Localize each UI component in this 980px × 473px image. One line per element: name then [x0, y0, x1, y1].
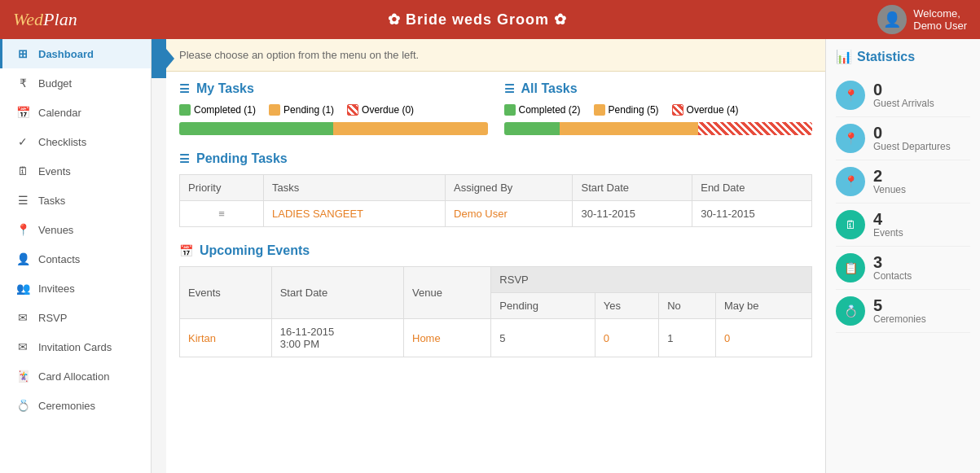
guest-arrivals-icon: 📍 [836, 81, 865, 110]
statistics-title: 📊 Statistics [836, 49, 970, 64]
card-allocation-icon: 🃏 [15, 370, 30, 383]
sidebar-item-venues[interactable]: 📍 Venues [0, 215, 151, 244]
all-tasks-completed-legend: Completed (2) [504, 104, 581, 116]
col-priority: Priority [180, 175, 264, 201]
pending-tasks-title: ☰ Pending Tasks [179, 151, 812, 166]
all-tasks-box: ☰ All Tasks Completed (2) Pending (5) [504, 81, 813, 135]
col-start-date: Start Date [271, 267, 403, 319]
event-name[interactable]: Kirtan [180, 319, 272, 357]
ceremonies-icon: 💍 [15, 399, 30, 412]
upcoming-events-title: 📅 Upcoming Events [179, 243, 812, 258]
checklists-icon: ✓ [15, 135, 30, 148]
events-icon: 🗓 [15, 164, 30, 177]
sidebar-item-card-allocation[interactable]: 🃏 Card Allocation [0, 361, 151, 391]
col-start-date: Start Date [573, 175, 692, 201]
my-tasks-bar-completed [179, 122, 333, 135]
invitees-icon: 👥 [15, 282, 30, 295]
all-overdue-dot [672, 104, 683, 116]
venues-icon: 📍 [15, 223, 30, 236]
all-tasks-legend: Completed (2) Pending (5) Overdue (4) [504, 104, 813, 116]
stats-bar-icon: 📊 [836, 49, 852, 64]
avatar: 👤 [877, 5, 907, 34]
guest-departures-icon: 📍 [836, 124, 865, 153]
tasks-row: ☰ My Tasks Completed (1) Pending (1) [179, 81, 812, 135]
sidebar-item-rsvp[interactable]: ✉ RSVP [0, 303, 151, 332]
sidebar-item-tasks[interactable]: ☰ Tasks [0, 186, 151, 215]
events-header-row-1: Events Start Date Venue RSVP [180, 267, 812, 293]
tasks-icon: ☰ [15, 194, 30, 207]
col-maybe: May be [715, 293, 811, 319]
sidebar-item-calendar[interactable]: 📅 Calendar [0, 98, 151, 127]
all-tasks-pending-legend: Pending (5) [594, 104, 659, 116]
sidebar-item-budget[interactable]: ₹ Budget [0, 68, 151, 98]
task-priority: ≡ [180, 201, 264, 227]
col-yes: Yes [595, 293, 658, 319]
stat-venues: 📍 2 Venues [836, 160, 970, 204]
stat-ceremonies: 💍 5 Ceremonies [836, 290, 970, 333]
sidebar-collapse-arrow[interactable] [152, 39, 166, 78]
upcoming-events-icon: 📅 [179, 244, 193, 257]
stat-contacts: 📋 3 Contacts [836, 247, 970, 290]
info-bar: Please choose an option from the menu on… [166, 39, 825, 72]
dashboard-icon: ⊞ [15, 47, 30, 60]
col-assigned-by: Assigned By [446, 175, 573, 201]
pending-tasks-icon: ☰ [179, 152, 190, 165]
contacts-icon: 👤 [15, 252, 30, 265]
all-tasks-overdue-legend: Overdue (4) [672, 104, 739, 116]
col-events: Events [180, 267, 272, 319]
welcome-text: Welcome, Demo User [913, 7, 967, 32]
my-tasks-icon: ☰ [179, 82, 190, 95]
table-header-row: Priority Tasks Assigned By Start Date En… [180, 175, 812, 201]
event-rsvp-maybe: 0 [715, 319, 811, 357]
sidebar-item-contacts[interactable]: 👤 Contacts [0, 244, 151, 274]
events-stat-icon: 🗓 [836, 210, 865, 239]
pending-tasks-section: ☰ Pending Tasks Priority Tasks Assigned … [179, 151, 812, 227]
calendar-icon: 📅 [15, 106, 30, 119]
my-tasks-bar-pending [333, 122, 487, 135]
my-tasks-bar [179, 122, 488, 135]
sidebar-item-dashboard[interactable]: ⊞ Dashboard [0, 39, 151, 68]
contacts-info: 3 Contacts [873, 254, 912, 282]
sidebar-item-invitees[interactable]: 👥 Invitees [0, 274, 151, 303]
col-venue: Venue [404, 267, 491, 319]
sidebar-item-events[interactable]: 🗓 Events [0, 156, 151, 186]
pending-dot [269, 104, 280, 116]
all-tasks-bar [504, 122, 813, 135]
pending-tasks-table: Priority Tasks Assigned By Start Date En… [179, 174, 812, 227]
my-tasks-pending-legend: Pending (1) [269, 104, 334, 116]
col-end-date: End Date [692, 175, 812, 201]
all-tasks-title: ☰ All Tasks [504, 81, 813, 96]
sidebar-item-ceremonies[interactable]: 💍 Ceremonies [0, 391, 151, 420]
event-venue[interactable]: Home [404, 319, 491, 357]
my-tasks-legend: Completed (1) Pending (1) Overdue (0) [179, 104, 488, 116]
overdue-dot [347, 104, 358, 116]
stat-guest-arrivals: 📍 0 Guest Arrivals [836, 74, 970, 117]
task-end-date: 30-11-2015 [692, 201, 812, 227]
app-header: WedPlan ✿ Bride weds Groom ✿ 👤 Welcome, … [0, 0, 980, 39]
ceremonies-stat-icon: 💍 [836, 296, 865, 326]
app-logo: WedPlan [13, 9, 77, 30]
budget-icon: ₹ [15, 77, 30, 90]
stat-events: 🗓 4 Events [836, 204, 970, 247]
event-rsvp-no: 1 [659, 319, 716, 357]
event-rsvp-yes: 0 [595, 319, 658, 357]
task-assigned-by[interactable]: Demo User [446, 201, 573, 227]
task-name[interactable]: LADIES SANGEET [264, 201, 446, 227]
completed-dot [179, 104, 191, 116]
upcoming-events-section: 📅 Upcoming Events Events Start Date Venu… [179, 243, 812, 357]
all-tasks-icon: ☰ [504, 82, 515, 95]
user-info: 👤 Welcome, Demo User [877, 5, 967, 34]
event-row: Kirtan 16-11-2015 3:00 PM Home 5 0 1 0 [180, 319, 812, 357]
my-tasks-title: ☰ My Tasks [179, 81, 488, 96]
my-tasks-overdue-legend: Overdue (0) [347, 104, 414, 116]
all-tasks-bar-pending [560, 122, 698, 135]
sidebar-item-checklists[interactable]: ✓ Checklists [0, 127, 151, 156]
invitation-cards-icon: ✉ [15, 340, 30, 353]
contacts-stat-icon: 📋 [836, 253, 865, 282]
stat-guest-departures: 📍 0 Guest Departures [836, 117, 970, 160]
sidebar-item-invitation-cards[interactable]: ✉ Invitation Cards [0, 332, 151, 361]
all-completed-dot [504, 104, 516, 116]
main-layout: ⊞ Dashboard ₹ Budget 📅 Calendar ✓ Checkl… [0, 39, 980, 473]
ceremonies-info: 5 Ceremonies [873, 297, 926, 325]
col-pending: Pending [491, 293, 595, 319]
